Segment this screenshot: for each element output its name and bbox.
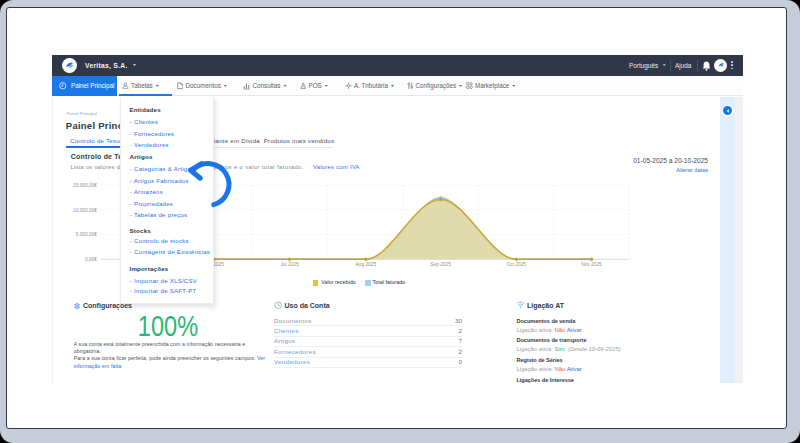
svg-text:10.000,00€: 10.000,00€ (73, 208, 97, 213)
svg-text:Aug 2025: Aug 2025 (356, 262, 377, 267)
svg-text:Sep 2025: Sep 2025 (430, 262, 451, 267)
svg-text:0,00€: 0,00€ (85, 257, 97, 262)
svg-text:5.000,00€: 5.000,00€ (76, 232, 98, 237)
svg-text:15.000,00€: 15.000,00€ (73, 183, 97, 188)
svg-text:Nov 2025: Nov 2025 (581, 262, 602, 267)
svg-text:Oct 2025: Oct 2025 (507, 262, 527, 267)
svg-text:Jul 2025: Jul 2025 (280, 262, 298, 267)
